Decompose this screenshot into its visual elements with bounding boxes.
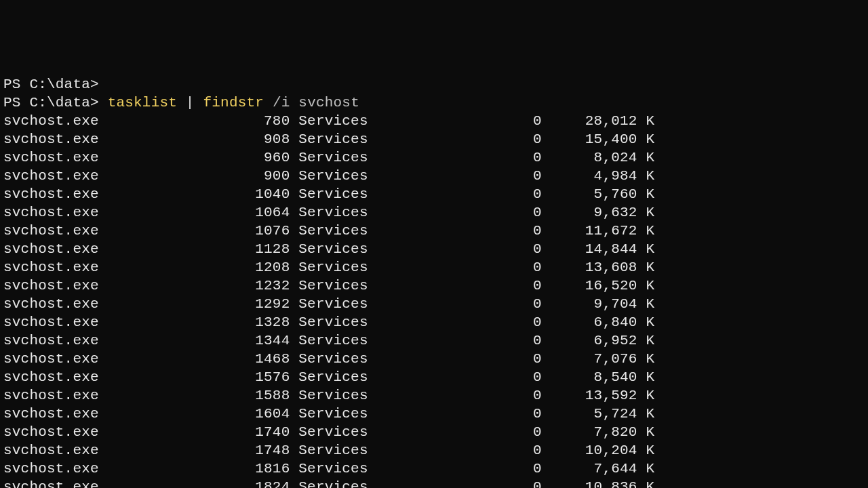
process-memory: 6,952 K [542, 333, 654, 348]
process-session-num: 0 [446, 223, 542, 239]
process-memory: 28,012 K [542, 113, 654, 129]
process-session: Services [298, 333, 446, 348]
process-name: svchost.exe [3, 406, 220, 422]
ps-prompt: PS C:\data> [3, 95, 108, 110]
process-row: svchost.exe 960 Services 0 8,024 K [3, 148, 865, 167]
process-session-num: 0 [446, 369, 542, 385]
process-memory: 10,836 K [542, 479, 654, 488]
process-session-num: 0 [446, 424, 542, 440]
process-session: Services [298, 424, 446, 440]
process-session: Services [298, 351, 446, 367]
process-name: svchost.exe [3, 369, 220, 385]
process-pid: 1468 [220, 351, 290, 367]
process-session: Services [298, 296, 446, 312]
process-row: svchost.exe 1816 Services 0 7,644 K [3, 460, 865, 478]
process-row: svchost.exe 1588 Services 0 13,592 K [3, 386, 865, 405]
process-pid: 1344 [220, 333, 290, 348]
process-session-num: 0 [446, 333, 542, 348]
process-name: svchost.exe [3, 314, 220, 330]
command-arg: svchost [298, 95, 359, 110]
command-findstr: findstr [203, 95, 264, 110]
terminal-output[interactable]: PS C:\data>PS C:\data> tasklist | findst… [3, 75, 865, 488]
process-session-num: 0 [446, 205, 542, 220]
process-session-num: 0 [446, 278, 542, 293]
process-session-num: 0 [446, 314, 542, 330]
process-pid: 1588 [220, 388, 290, 403]
process-memory: 7,820 K [542, 424, 654, 440]
process-pid: 1604 [220, 406, 290, 422]
process-pid: 1076 [220, 223, 290, 239]
process-session: Services [298, 113, 446, 129]
process-name: svchost.exe [3, 424, 220, 440]
process-session: Services [298, 314, 446, 330]
process-memory: 9,632 K [542, 205, 654, 220]
process-name: svchost.exe [3, 296, 220, 312]
process-row: svchost.exe 1076 Services 0 11,672 K [3, 222, 865, 240]
process-name: svchost.exe [3, 461, 220, 476]
process-name: svchost.exe [3, 186, 220, 202]
process-session-num: 0 [446, 461, 542, 476]
process-row: svchost.exe 1824 Services 0 10,836 K [3, 478, 865, 488]
process-session-num: 0 [446, 351, 542, 367]
process-memory: 13,592 K [542, 388, 654, 403]
process-memory: 11,672 K [542, 223, 654, 239]
process-row: svchost.exe 1292 Services 0 9,704 K [3, 295, 865, 313]
process-row: svchost.exe 1128 Services 0 14,844 K [3, 240, 865, 258]
process-row: svchost.exe 908 Services 0 15,400 K [3, 130, 865, 148]
process-session: Services [298, 443, 446, 458]
process-session-num: 0 [446, 241, 542, 257]
process-name: svchost.exe [3, 150, 220, 165]
command-line[interactable]: PS C:\data> tasklist | findstr /i svchos… [3, 94, 865, 112]
process-row: svchost.exe 1328 Services 0 6,840 K [3, 313, 865, 331]
process-session: Services [298, 461, 446, 476]
process-memory: 5,760 K [542, 186, 654, 202]
process-memory: 10,204 K [542, 443, 654, 458]
process-session: Services [298, 406, 446, 422]
process-name: svchost.exe [3, 241, 220, 257]
process-memory: 8,024 K [542, 150, 654, 165]
process-session-num: 0 [446, 150, 542, 165]
process-pid: 1040 [220, 186, 290, 202]
process-session: Services [298, 150, 446, 165]
process-session-num: 0 [446, 131, 542, 147]
process-row: svchost.exe 780 Services 0 28,012 K [3, 112, 865, 130]
process-session-num: 0 [446, 406, 542, 422]
process-memory: 16,520 K [542, 278, 654, 293]
process-session: Services [298, 223, 446, 239]
process-pid: 780 [220, 113, 290, 129]
process-pid: 1740 [220, 424, 290, 440]
process-session-num: 0 [446, 443, 542, 458]
process-name: svchost.exe [3, 113, 220, 129]
process-session-num: 0 [446, 186, 542, 202]
process-session: Services [298, 205, 446, 220]
process-session: Services [298, 186, 446, 202]
process-row: svchost.exe 1040 Services 0 5,760 K [3, 185, 865, 203]
process-session: Services [298, 278, 446, 293]
process-session: Services [298, 131, 446, 147]
process-name: svchost.exe [3, 333, 220, 348]
process-name: svchost.exe [3, 278, 220, 293]
process-memory: 14,844 K [542, 241, 654, 257]
process-pid: 1128 [220, 241, 290, 257]
process-session-num: 0 [446, 388, 542, 403]
process-memory: 7,076 K [542, 351, 654, 367]
process-memory: 5,724 K [542, 406, 654, 422]
process-row: svchost.exe 900 Services 0 4,984 K [3, 167, 865, 185]
process-memory: 7,644 K [542, 461, 654, 476]
process-session: Services [298, 260, 446, 275]
process-row: svchost.exe 1468 Services 0 7,076 K [3, 350, 865, 368]
process-name: svchost.exe [3, 260, 220, 275]
process-pid: 1824 [220, 479, 290, 488]
process-pid: 1292 [220, 296, 290, 312]
process-session-num: 0 [446, 168, 542, 184]
process-name: svchost.exe [3, 131, 220, 147]
command-flag: /i [273, 95, 290, 110]
process-memory: 4,984 K [542, 168, 654, 184]
process-memory: 13,608 K [542, 260, 654, 275]
process-memory: 9,704 K [542, 296, 654, 312]
process-name: svchost.exe [3, 479, 220, 488]
process-row: svchost.exe 1740 Services 0 7,820 K [3, 423, 865, 441]
process-memory: 8,540 K [542, 369, 654, 385]
process-name: svchost.exe [3, 351, 220, 367]
process-row: svchost.exe 1604 Services 0 5,724 K [3, 405, 865, 423]
